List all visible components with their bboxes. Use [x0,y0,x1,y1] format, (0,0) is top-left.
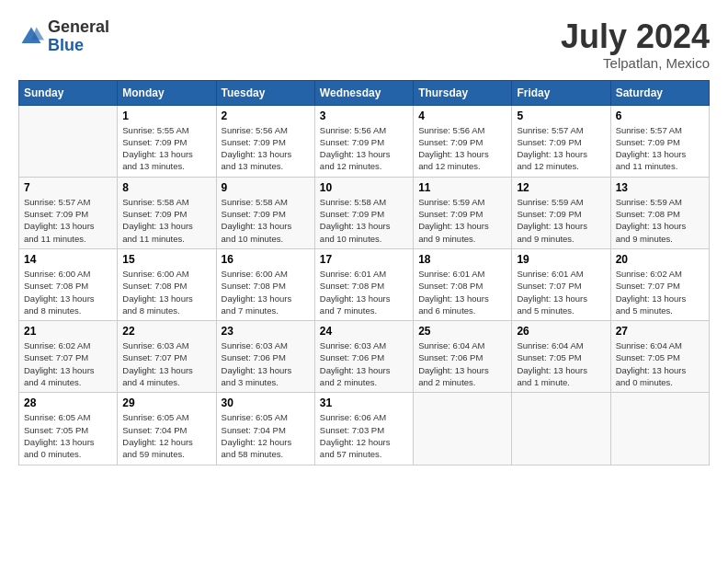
calendar-cell: 16Sunrise: 6:00 AM Sunset: 7:08 PM Dayli… [216,248,314,320]
day-info: Sunrise: 6:00 AM Sunset: 7:08 PM Dayligh… [222,268,310,316]
calendar-cell: 18Sunrise: 6:01 AM Sunset: 7:08 PM Dayli… [414,248,512,320]
day-number: 27 [616,325,704,338]
day-info: Sunrise: 6:05 AM Sunset: 7:04 PM Dayligh… [122,411,210,460]
col-header-wednesday: Wednesday [314,80,413,105]
day-info: Sunrise: 6:04 AM Sunset: 7:05 PM Dayligh… [616,339,704,388]
day-info: Sunrise: 5:59 AM Sunset: 7:08 PM Dayligh… [616,196,704,245]
col-header-saturday: Saturday [610,80,709,105]
day-number: 17 [320,253,408,266]
calendar-cell: 19Sunrise: 6:01 AM Sunset: 7:07 PM Dayli… [512,248,610,320]
calendar-cell: 6Sunrise: 5:57 AM Sunset: 7:09 PM Daylig… [610,105,709,177]
day-number: 14 [24,253,112,266]
calendar-cell: 27Sunrise: 6:04 AM Sunset: 7:05 PM Dayli… [610,321,709,393]
day-number: 19 [517,253,605,266]
day-info: Sunrise: 6:00 AM Sunset: 7:08 PM Dayligh… [122,268,210,316]
day-info: Sunrise: 5:57 AM Sunset: 7:09 PM Dayligh… [24,196,112,245]
day-info: Sunrise: 6:04 AM Sunset: 7:06 PM Dayligh… [418,339,506,388]
day-info: Sunrise: 6:06 AM Sunset: 7:03 PM Dayligh… [320,411,408,460]
calendar-header-row: SundayMondayTuesdayWednesdayThursdayFrid… [19,80,710,105]
calendar-week-row: 28Sunrise: 6:05 AM Sunset: 7:05 PM Dayli… [19,393,710,465]
calendar-cell: 28Sunrise: 6:05 AM Sunset: 7:05 PM Dayli… [19,393,118,465]
day-number: 26 [517,325,605,338]
calendar-cell: 13Sunrise: 5:59 AM Sunset: 7:08 PM Dayli… [610,177,709,248]
day-number: 11 [418,181,506,194]
calendar-cell: 21Sunrise: 6:02 AM Sunset: 7:07 PM Dayli… [19,321,118,393]
calendar-week-row: 21Sunrise: 6:02 AM Sunset: 7:07 PM Dayli… [19,321,710,393]
calendar-cell: 8Sunrise: 5:58 AM Sunset: 7:09 PM Daylig… [118,177,216,248]
day-info: Sunrise: 5:55 AM Sunset: 7:09 PM Dayligh… [122,124,210,173]
calendar-cell: 7Sunrise: 5:57 AM Sunset: 7:09 PM Daylig… [19,177,118,248]
day-info: Sunrise: 5:58 AM Sunset: 7:09 PM Dayligh… [320,196,408,245]
calendar-cell: 31Sunrise: 6:06 AM Sunset: 7:03 PM Dayli… [314,393,413,465]
day-number: 15 [122,253,210,266]
logo-icon [18,24,44,50]
day-info: Sunrise: 5:57 AM Sunset: 7:09 PM Dayligh… [616,124,704,173]
col-header-sunday: Sunday [19,80,118,105]
day-number: 22 [122,325,210,338]
day-number: 16 [222,253,310,266]
day-info: Sunrise: 6:01 AM Sunset: 7:08 PM Dayligh… [418,268,506,316]
day-info: Sunrise: 5:58 AM Sunset: 7:09 PM Dayligh… [222,196,310,245]
calendar-cell: 29Sunrise: 6:05 AM Sunset: 7:04 PM Dayli… [118,393,216,465]
day-info: Sunrise: 6:01 AM Sunset: 7:07 PM Dayligh… [517,268,605,316]
day-info: Sunrise: 5:56 AM Sunset: 7:09 PM Dayligh… [222,124,310,173]
day-info: Sunrise: 6:01 AM Sunset: 7:08 PM Dayligh… [320,268,408,316]
calendar-cell: 1Sunrise: 5:55 AM Sunset: 7:09 PM Daylig… [118,105,216,177]
calendar-cell: 30Sunrise: 6:05 AM Sunset: 7:04 PM Dayli… [216,393,314,465]
day-number: 7 [24,181,112,194]
calendar-cell: 3Sunrise: 5:56 AM Sunset: 7:09 PM Daylig… [314,105,413,177]
location-subtitle: Telpatlan, Mexico [561,55,710,71]
day-info: Sunrise: 5:58 AM Sunset: 7:09 PM Dayligh… [122,196,210,245]
calendar-cell: 24Sunrise: 6:03 AM Sunset: 7:06 PM Dayli… [314,321,413,393]
day-number: 31 [320,396,408,409]
day-info: Sunrise: 6:04 AM Sunset: 7:05 PM Dayligh… [517,339,605,388]
calendar-cell: 22Sunrise: 6:03 AM Sunset: 7:07 PM Dayli… [118,321,216,393]
day-number: 1 [122,109,210,122]
day-number: 2 [222,109,310,122]
day-number: 23 [222,325,310,338]
day-number: 25 [418,325,506,338]
day-info: Sunrise: 6:03 AM Sunset: 7:06 PM Dayligh… [222,339,310,388]
day-info: Sunrise: 6:02 AM Sunset: 7:07 PM Dayligh… [616,268,704,316]
title-block: July 2024 Telpatlan, Mexico [561,18,710,71]
calendar-cell: 14Sunrise: 6:00 AM Sunset: 7:08 PM Dayli… [19,248,118,320]
calendar-cell: 10Sunrise: 5:58 AM Sunset: 7:09 PM Dayli… [314,177,413,248]
day-info: Sunrise: 5:56 AM Sunset: 7:09 PM Dayligh… [418,124,506,173]
day-number: 6 [616,109,704,122]
calendar-cell [610,393,709,465]
day-info: Sunrise: 5:57 AM Sunset: 7:09 PM Dayligh… [517,124,605,173]
day-info: Sunrise: 6:00 AM Sunset: 7:08 PM Dayligh… [24,268,112,316]
day-number: 18 [418,253,506,266]
logo-blue-text: Blue [48,36,84,54]
day-number: 3 [320,109,408,122]
calendar-cell [512,393,610,465]
day-info: Sunrise: 6:03 AM Sunset: 7:07 PM Dayligh… [122,339,210,388]
calendar-table: SundayMondayTuesdayWednesdayThursdayFrid… [18,80,710,465]
calendar-cell: 15Sunrise: 6:00 AM Sunset: 7:08 PM Dayli… [118,248,216,320]
day-info: Sunrise: 6:05 AM Sunset: 7:04 PM Dayligh… [222,411,310,460]
month-title: July 2024 [561,18,710,55]
day-number: 4 [418,109,506,122]
calendar-cell: 5Sunrise: 5:57 AM Sunset: 7:09 PM Daylig… [512,105,610,177]
calendar-cell: 2Sunrise: 5:56 AM Sunset: 7:09 PM Daylig… [216,105,314,177]
day-info: Sunrise: 6:05 AM Sunset: 7:05 PM Dayligh… [24,411,112,460]
day-number: 5 [517,109,605,122]
calendar-cell [414,393,512,465]
calendar-cell: 23Sunrise: 6:03 AM Sunset: 7:06 PM Dayli… [216,321,314,393]
calendar-cell: 4Sunrise: 5:56 AM Sunset: 7:09 PM Daylig… [414,105,512,177]
calendar-cell: 12Sunrise: 5:59 AM Sunset: 7:09 PM Dayli… [512,177,610,248]
col-header-monday: Monday [118,80,216,105]
day-number: 12 [517,181,605,194]
day-number: 24 [320,325,408,338]
calendar-cell: 11Sunrise: 5:59 AM Sunset: 7:09 PM Dayli… [414,177,512,248]
day-number: 9 [222,181,310,194]
day-number: 10 [320,181,408,194]
day-number: 20 [616,253,704,266]
day-info: Sunrise: 6:03 AM Sunset: 7:06 PM Dayligh… [320,339,408,388]
logo-general-text: General [48,17,109,36]
calendar-week-row: 7Sunrise: 5:57 AM Sunset: 7:09 PM Daylig… [19,177,710,248]
day-number: 8 [122,181,210,194]
calendar-cell [19,105,118,177]
day-number: 28 [24,396,112,409]
calendar-cell: 26Sunrise: 6:04 AM Sunset: 7:05 PM Dayli… [512,321,610,393]
